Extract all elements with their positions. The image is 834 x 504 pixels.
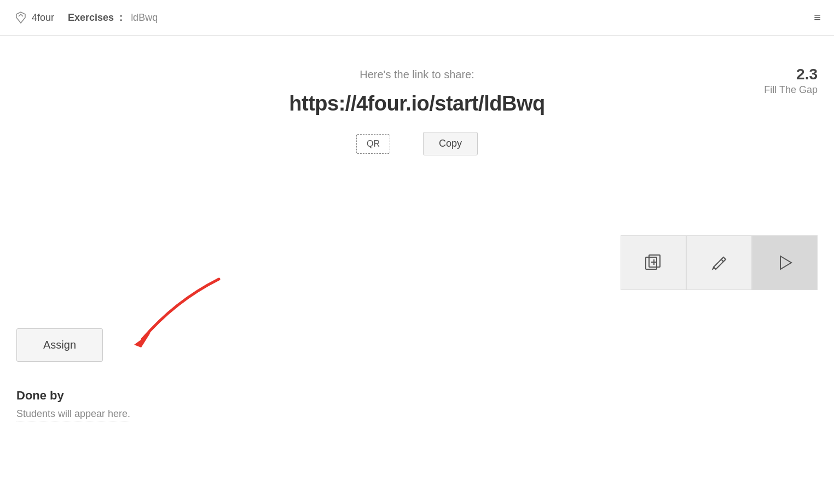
hamburger-menu-icon[interactable]: ≡ <box>814 11 821 24</box>
main-content: Here's the link to share: https://4four.… <box>0 36 834 177</box>
done-by-title: Done by <box>16 389 130 403</box>
svg-marker-5 <box>134 333 150 347</box>
edit-exercise-button[interactable] <box>686 235 752 290</box>
header-colon: : <box>119 12 125 24</box>
header-left: 4four Exercises : ldBwq <box>13 10 158 25</box>
arrow-svg <box>109 268 230 356</box>
done-by-subtitle: Students will appear here. <box>16 408 130 421</box>
add-exercise-button[interactable] <box>621 235 686 290</box>
qr-button[interactable]: QR <box>356 134 390 154</box>
share-label: Here's the link to share: <box>360 68 474 81</box>
link-actions: QR Copy <box>356 132 478 155</box>
assign-section: Assign <box>16 328 103 362</box>
app-name-label: 4four <box>32 12 54 24</box>
play-exercise-icon <box>775 253 795 273</box>
exercise-label: 2.3 Fill The Gap <box>764 66 818 96</box>
copy-button[interactable]: Copy <box>423 132 478 155</box>
share-link: https://4four.io/start/ldBwq <box>289 92 545 115</box>
header-exercises-label: Exercises <box>68 12 114 24</box>
exercise-name: Fill The Gap <box>764 84 818 96</box>
svg-marker-4 <box>780 256 791 269</box>
arrow-annotation <box>109 268 230 358</box>
assign-button[interactable]: Assign <box>16 328 103 362</box>
action-buttons <box>621 235 818 290</box>
app-header: 4four Exercises : ldBwq ≡ <box>0 0 834 36</box>
header-separator <box>60 12 62 24</box>
header-exercise-id: ldBwq <box>131 12 158 24</box>
exercise-number: 2.3 <box>764 66 818 83</box>
app-logo: 4four <box>13 10 54 25</box>
done-by-section: Done by Students will appear here. <box>16 389 130 421</box>
add-exercise-icon <box>644 253 663 273</box>
edit-exercise-icon <box>709 253 729 273</box>
logo-icon <box>13 10 28 25</box>
play-exercise-button[interactable] <box>752 235 818 290</box>
